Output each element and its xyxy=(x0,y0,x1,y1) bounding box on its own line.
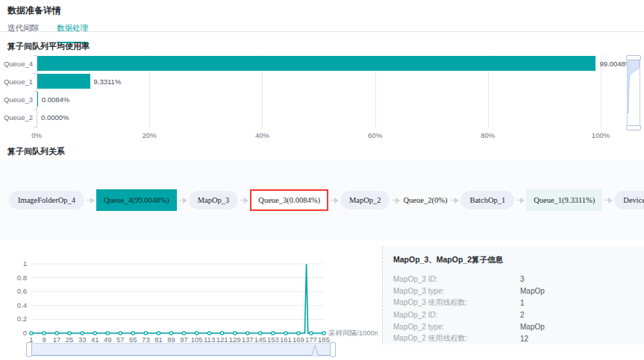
info-row-value: 1 xyxy=(520,299,525,307)
usage-bar-queue_4[interactable] xyxy=(37,56,595,71)
info-row: MapOp_2 type:MapOp xyxy=(393,320,635,332)
datazoom-mini-spike xyxy=(29,344,333,356)
bar-chart-x-tick: 60% xyxy=(368,131,382,139)
line-chart-data-marker[interactable] xyxy=(233,332,236,335)
flow-node-queue-queue_4[interactable]: Queue_4(99.0048%) xyxy=(96,189,177,211)
queue-sampling-svg: 00.20.40.60.8119172533414957657381899710… xyxy=(0,253,377,344)
bar-chart-axis-tick xyxy=(34,127,37,127)
flow-arrow xyxy=(87,200,94,200)
info-row-label: MapOp_2 使用线程数: xyxy=(393,333,520,344)
line-chart-data-marker[interactable] xyxy=(207,332,210,335)
line-chart-data-marker[interactable] xyxy=(43,332,46,335)
bar-chart-x-tick: 20% xyxy=(143,131,157,139)
line-chart-data-marker[interactable] xyxy=(157,332,160,335)
datazoom-handle-top[interactable] xyxy=(626,55,641,60)
arrow-head-icon xyxy=(454,198,459,203)
bar-category-label: Queue_4 xyxy=(0,60,33,68)
flow-node-queue-queue_1[interactable]: Queue_1(9.3311%) xyxy=(526,189,602,211)
datazoom-handle-bottom[interactable] xyxy=(626,125,641,130)
bar-value-label: 9.3311% xyxy=(94,78,122,86)
info-row-label: MapOp_2 type: xyxy=(393,323,520,331)
line-chart-data-marker[interactable] xyxy=(297,332,300,335)
flow-node-queue-queue_2[interactable]: Queue_2(0%) xyxy=(401,189,448,211)
flow-node-op-devicequeueop_0[interactable]: DeviceQueueOp_0 xyxy=(614,191,644,209)
line-chart-data-marker[interactable] xyxy=(131,332,134,335)
bar-chart-axis-tick xyxy=(34,91,37,92)
info-row-label: MapOp_3 使用线程数: xyxy=(393,297,520,308)
line-chart-y-tick: 0.2 xyxy=(17,315,27,323)
flow-node-op-imagefolderop_4[interactable]: ImageFolderOp_4 xyxy=(9,191,84,209)
info-row: MapOp_3 使用线程数:1 xyxy=(393,297,635,309)
line-chart-data-marker[interactable] xyxy=(322,332,325,335)
datazoom-handle-left[interactable] xyxy=(26,342,32,357)
flow-arrow xyxy=(451,200,458,200)
line-chart-data-marker[interactable] xyxy=(55,332,58,335)
arrow-head-icon xyxy=(396,198,400,203)
line-chart-data-marker[interactable] xyxy=(246,332,249,335)
datazoom-handle-right[interactable] xyxy=(330,342,336,357)
flow-arrow xyxy=(331,200,338,200)
tab-iteration-gap[interactable]: 迭代间隙 xyxy=(7,23,39,42)
datazoom-shadow xyxy=(628,57,640,128)
arrow-head-icon xyxy=(334,198,339,203)
line-chart-data-marker[interactable] xyxy=(169,332,172,335)
flow-node-op-mapop_2[interactable]: MapOp_2 xyxy=(340,191,390,209)
arrow-head-icon xyxy=(183,198,187,203)
line-chart-data-marker[interactable] xyxy=(284,332,287,335)
line-chart-y-tick: 0 xyxy=(23,329,27,337)
bar-chart-axis-tick xyxy=(34,73,37,74)
horizontal-datazoom-slider[interactable] xyxy=(28,343,334,356)
line-chart-x-axis-label: 采样间隔/1000ms xyxy=(328,329,378,338)
queue-relation-diagram: ImageFolderOp_4Queue_4(99.0048%)MapOp_3Q… xyxy=(0,160,644,240)
bar-category-label: Queue_3 xyxy=(0,95,33,104)
flow-node-queue-queue_3[interactable]: Queue_3(0.0084%) xyxy=(250,189,328,211)
line-chart-data-marker[interactable] xyxy=(259,332,262,335)
line-chart-data-marker[interactable] xyxy=(68,332,71,335)
queue-usage-line-series[interactable] xyxy=(31,264,324,333)
line-chart-data-marker[interactable] xyxy=(144,332,147,335)
bar-chart-x-tick: 100% xyxy=(592,131,610,139)
tab-divider xyxy=(0,31,644,32)
flow-arrow xyxy=(516,200,524,200)
info-row-value: 2 xyxy=(520,311,525,319)
bar-chart-x-tick: 80% xyxy=(481,131,495,139)
flow-arrow xyxy=(392,200,399,200)
line-chart-data-marker[interactable] xyxy=(93,332,96,335)
info-row-label: MapOp_3 ID: xyxy=(393,275,520,283)
line-chart-data-marker[interactable] xyxy=(106,332,109,335)
line-chart-data-marker[interactable] xyxy=(81,332,84,335)
line-chart-data-marker[interactable] xyxy=(182,332,185,335)
info-row-value: MapOp xyxy=(520,287,545,295)
bar-chart-x-tick: 0% xyxy=(31,131,42,139)
line-chart-data-marker[interactable] xyxy=(119,332,122,335)
flow-node-op-batchop_1[interactable]: BatchOp_1 xyxy=(460,191,514,209)
flow-arrow xyxy=(604,200,612,200)
tab-data-processing[interactable]: 数据处理 xyxy=(57,23,88,43)
line-chart-data-marker[interactable] xyxy=(272,332,275,335)
bar-chart-axis-tick xyxy=(34,55,37,56)
data-preparation-details-page: 数据准备详情 迭代间隙数据处理 算子间队列平均使用率 0%20%40%60%80… xyxy=(0,0,644,360)
bar-chart-axis-tick xyxy=(34,109,37,110)
line-chart-data-marker[interactable] xyxy=(195,332,198,335)
vertical-datazoom-slider[interactable] xyxy=(627,57,640,129)
arrow-head-icon xyxy=(244,198,248,203)
operator-info-panel: MapOp_3、MapOp_2算子信息 MapOp_3 ID:3MapOp_3 … xyxy=(382,246,644,344)
flow-node-op-mapop_3[interactable]: MapOp_3 xyxy=(189,191,239,209)
line-chart-data-marker[interactable] xyxy=(310,332,313,335)
tab-bar: 迭代间隙数据处理 xyxy=(7,20,106,32)
info-row-value: 12 xyxy=(520,335,528,343)
queue-usage-chart: 0%20%40%60%80%100%Queue_499.0048%Queue_1… xyxy=(0,51,644,139)
info-row: MapOp_2 使用线程数:12 xyxy=(393,332,635,344)
line-chart-y-tick: 1 xyxy=(23,259,27,268)
bar-category-label: Queue_2 xyxy=(0,113,33,121)
line-chart-data-marker[interactable] xyxy=(30,332,33,335)
arrow-head-icon xyxy=(608,198,613,203)
bar-category-label: Queue_1 xyxy=(0,78,33,86)
usage-bar-queue_1[interactable] xyxy=(37,74,90,89)
arrow-head-icon xyxy=(90,198,95,203)
line-chart-data-marker[interactable] xyxy=(220,332,223,335)
usage-bar-queue_3[interactable] xyxy=(37,92,38,107)
line-chart-y-tick: 0.6 xyxy=(17,287,27,295)
flow-arrow xyxy=(179,200,187,200)
section-title-queue-relation: 算子间队列关系 xyxy=(7,146,65,157)
